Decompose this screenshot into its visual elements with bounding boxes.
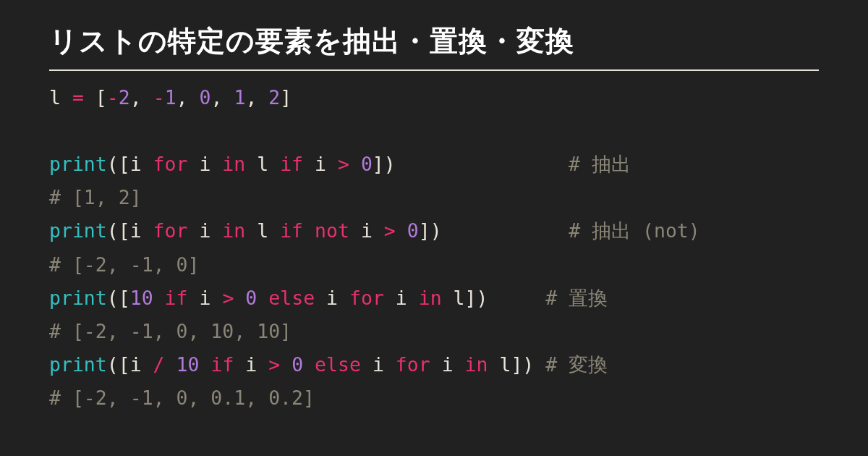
- code-token: # [-2, -1, 0]: [49, 253, 199, 276]
- code-token: print: [49, 287, 107, 309]
- code-token: ,: [176, 86, 200, 109]
- code-line: # [-2, -1, 0]: [49, 248, 819, 282]
- code-token: 0: [407, 219, 419, 242]
- code-token: ,: [211, 86, 234, 109]
- code-token: >: [222, 287, 234, 309]
- code-token: [199, 353, 210, 376]
- code-token: for: [153, 219, 188, 242]
- code-token: l: [49, 86, 72, 109]
- code-token: [303, 219, 315, 242]
- code-token: ([: [107, 287, 130, 309]
- code-token: 2: [268, 86, 280, 109]
- code-token: if: [165, 287, 188, 309]
- code-line: print([i for i in l if not i > 0]) # 抽出 …: [49, 214, 819, 248]
- code-token: i: [384, 287, 419, 309]
- code-token: if: [280, 153, 303, 175]
- code-token: ,: [130, 86, 153, 109]
- code-token: if: [280, 219, 303, 242]
- code-token: =: [72, 86, 84, 109]
- code-token: >: [268, 353, 280, 376]
- code-token: for: [349, 287, 384, 309]
- code-token: ,: [245, 86, 268, 109]
- code-line: [49, 114, 819, 148]
- code-token: -: [153, 86, 165, 109]
- code-token: print: [49, 353, 107, 376]
- code-token: 0: [200, 86, 211, 109]
- code-token: i: [187, 153, 222, 175]
- code-token: i: [188, 287, 223, 309]
- code-token: 2: [119, 86, 130, 109]
- code-line: # [1, 2]: [49, 181, 819, 214]
- code-token: # [-2, -1, 0, 0.1, 0.2]: [49, 387, 315, 409]
- code-token: # 抽出: [569, 153, 631, 175]
- code-line: print([10 if i > 0 else i for i in l]) #…: [49, 282, 819, 315]
- code-token: i: [430, 353, 465, 376]
- code-token: 1: [165, 86, 176, 109]
- code-token: if: [210, 353, 234, 376]
- code-token: [153, 287, 165, 309]
- code-token: i: [234, 353, 268, 376]
- code-token: ]): [373, 153, 569, 175]
- code-token: # 抽出 (not): [569, 219, 700, 242]
- code-token: [: [84, 86, 107, 109]
- code-token: i: [349, 219, 384, 242]
- code-token: [257, 287, 268, 309]
- code-token: ]: [280, 86, 292, 109]
- code-line: # [-2, -1, 0, 10, 10]: [49, 315, 819, 348]
- code-token: 1: [234, 86, 245, 109]
- code-token: l: [245, 219, 280, 242]
- code-token: [303, 353, 315, 376]
- code-token: not: [315, 219, 349, 242]
- code-token: for: [153, 153, 188, 175]
- code-token: [234, 287, 245, 309]
- code-token: [396, 219, 407, 242]
- code-block: l = [-2, -1, 0, 1, 2] print([i for i in …: [49, 81, 819, 415]
- code-token: 10: [176, 353, 200, 376]
- code-line: print([i / 10 if i > 0 else i for i in l…: [49, 348, 819, 381]
- code-token: # [1, 2]: [49, 186, 142, 208]
- code-token: /: [153, 353, 165, 376]
- code-token: 0: [292, 353, 303, 376]
- code-token: ([i: [107, 353, 153, 376]
- code-token: 0: [361, 153, 373, 175]
- code-token: i: [361, 353, 396, 376]
- code-token: ]): [419, 219, 569, 242]
- code-token: 0: [245, 287, 257, 309]
- code-token: [349, 153, 361, 175]
- code-token: i: [187, 219, 222, 242]
- code-token: >: [338, 153, 349, 175]
- code-token: # 変換: [545, 353, 608, 376]
- code-token: ([i: [107, 219, 153, 242]
- document-root: リストの特定の要素を抽出・置換・変換 l = [-2, -1, 0, 1, 2]…: [0, 0, 868, 415]
- code-token: >: [384, 219, 396, 242]
- code-token: l: [245, 153, 280, 175]
- code-token: print: [49, 153, 107, 175]
- code-token: # [-2, -1, 0, 10, 10]: [49, 320, 292, 342]
- code-token: for: [396, 353, 430, 376]
- code-token: in: [222, 153, 245, 175]
- code-line: print([i for i in l if i > 0]) # 抽出: [49, 148, 819, 181]
- code-token: in: [222, 219, 245, 242]
- code-token: in: [419, 287, 442, 309]
- code-token: # 置換: [545, 287, 608, 309]
- code-token: l]): [488, 353, 545, 376]
- code-token: [280, 353, 292, 376]
- code-token: else: [315, 353, 361, 376]
- code-token: else: [268, 287, 315, 309]
- code-token: i: [303, 153, 338, 175]
- code-line: l = [-2, -1, 0, 1, 2]: [49, 81, 819, 114]
- code-token: in: [465, 353, 488, 376]
- code-token: [165, 353, 176, 376]
- code-line: # [-2, -1, 0, 0.1, 0.2]: [49, 381, 819, 415]
- page-title: リストの特定の要素を抽出・置換・変換: [49, 22, 819, 71]
- code-token: 10: [130, 287, 153, 309]
- code-token: print: [49, 219, 107, 242]
- code-token: -: [107, 86, 119, 109]
- code-token: i: [315, 287, 349, 309]
- code-token: l]): [442, 287, 546, 309]
- code-token: ([i: [107, 153, 153, 175]
